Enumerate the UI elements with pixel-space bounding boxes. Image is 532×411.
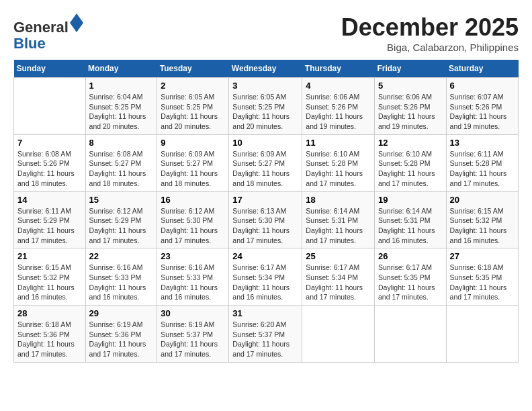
calendar-day-cell: 17Sunrise: 6:13 AMSunset: 5:30 PMDayligh… (229, 191, 302, 248)
weekday-header-cell: Tuesday (157, 60, 229, 78)
day-info: Sunrise: 6:12 AMSunset: 5:30 PMDaylight:… (161, 206, 225, 246)
day-info: Sunrise: 6:11 AMSunset: 5:29 PMDaylight:… (17, 206, 82, 246)
calendar-day-cell: 20Sunrise: 6:15 AMSunset: 5:32 PMDayligh… (446, 191, 518, 248)
calendar-day-cell: 11Sunrise: 6:10 AMSunset: 5:28 PMDayligh… (302, 134, 375, 191)
day-number: 15 (89, 195, 154, 205)
day-number: 7 (17, 138, 82, 148)
day-number: 10 (232, 138, 298, 148)
weekday-header-cell: Sunday (14, 60, 86, 78)
day-info: Sunrise: 6:17 AMSunset: 5:34 PMDaylight:… (232, 263, 298, 302)
calendar-day-cell: 18Sunrise: 6:14 AMSunset: 5:31 PMDayligh… (302, 191, 375, 248)
day-info: Sunrise: 6:12 AMSunset: 5:29 PMDaylight:… (89, 206, 154, 246)
day-info: Sunrise: 6:18 AMSunset: 5:35 PMDaylight:… (450, 263, 515, 302)
day-info: Sunrise: 6:17 AMSunset: 5:35 PMDaylight:… (378, 263, 443, 302)
weekday-header-cell: Wednesday (229, 60, 302, 78)
logo: General Blue (13, 13, 83, 52)
day-number: 6 (450, 81, 515, 91)
day-number: 23 (161, 251, 225, 261)
day-info: Sunrise: 6:15 AMSunset: 5:32 PMDaylight:… (17, 263, 82, 302)
calendar-day-cell: 26Sunrise: 6:17 AMSunset: 5:35 PMDayligh… (374, 248, 446, 306)
weekday-header-cell: Friday (374, 60, 446, 78)
day-number: 22 (89, 251, 154, 261)
calendar-day-cell (374, 306, 446, 363)
calendar-day-cell: 21Sunrise: 6:15 AMSunset: 5:32 PMDayligh… (14, 248, 86, 306)
day-info: Sunrise: 6:08 AMSunset: 5:26 PMDaylight:… (17, 149, 82, 189)
calendar-day-cell: 1Sunrise: 6:04 AMSunset: 5:25 PMDaylight… (85, 78, 157, 135)
title-area: December 2025 Biga, Calabarzon, Philippi… (341, 13, 519, 53)
calendar-week-row: 21Sunrise: 6:15 AMSunset: 5:32 PMDayligh… (14, 248, 519, 306)
calendar-day-cell: 15Sunrise: 6:12 AMSunset: 5:29 PMDayligh… (85, 191, 157, 248)
logo-icon (70, 13, 83, 32)
calendar-day-cell: 9Sunrise: 6:09 AMSunset: 5:27 PMDaylight… (157, 134, 229, 191)
calendar-day-cell: 2Sunrise: 6:05 AMSunset: 5:25 PMDaylight… (157, 78, 229, 135)
svg-marker-0 (70, 13, 83, 32)
calendar-day-cell: 5Sunrise: 6:06 AMSunset: 5:26 PMDaylight… (374, 78, 446, 135)
day-number: 26 (378, 251, 443, 261)
calendar-week-row: 14Sunrise: 6:11 AMSunset: 5:29 PMDayligh… (14, 191, 519, 248)
day-info: Sunrise: 6:16 AMSunset: 5:33 PMDaylight:… (161, 263, 225, 302)
calendar-day-cell: 7Sunrise: 6:08 AMSunset: 5:26 PMDaylight… (14, 134, 86, 191)
weekday-header-cell: Monday (85, 60, 157, 78)
day-info: Sunrise: 6:08 AMSunset: 5:27 PMDaylight:… (89, 149, 154, 189)
calendar-day-cell: 28Sunrise: 6:18 AMSunset: 5:36 PMDayligh… (14, 306, 86, 363)
calendar-day-cell: 29Sunrise: 6:19 AMSunset: 5:36 PMDayligh… (85, 306, 157, 363)
day-info: Sunrise: 6:14 AMSunset: 5:31 PMDaylight:… (378, 206, 443, 246)
day-number: 29 (89, 308, 154, 318)
location-title: Biga, Calabarzon, Philippines (341, 42, 519, 53)
calendar-day-cell (446, 306, 518, 363)
calendar-day-cell: 12Sunrise: 6:10 AMSunset: 5:28 PMDayligh… (374, 134, 446, 191)
calendar-week-row: 7Sunrise: 6:08 AMSunset: 5:26 PMDaylight… (14, 134, 519, 191)
day-number: 8 (89, 138, 154, 148)
calendar-day-cell: 10Sunrise: 6:09 AMSunset: 5:27 PMDayligh… (229, 134, 302, 191)
day-info: Sunrise: 6:09 AMSunset: 5:27 PMDaylight:… (161, 149, 225, 189)
logo-general-text: General (13, 19, 69, 36)
day-info: Sunrise: 6:05 AMSunset: 5:25 PMDaylight:… (232, 92, 298, 132)
day-number: 21 (17, 251, 82, 261)
day-number: 3 (232, 81, 298, 91)
day-number: 9 (161, 138, 225, 148)
page-header: General Blue December 2025 Biga, Calabar… (13, 13, 519, 53)
calendar-day-cell: 6Sunrise: 6:07 AMSunset: 5:26 PMDaylight… (446, 78, 518, 135)
day-info: Sunrise: 6:04 AMSunset: 5:25 PMDaylight:… (89, 92, 154, 132)
day-number: 17 (232, 195, 298, 205)
day-number: 25 (306, 251, 371, 261)
day-number: 12 (378, 138, 443, 148)
day-info: Sunrise: 6:09 AMSunset: 5:27 PMDaylight:… (232, 149, 298, 189)
calendar-day-cell: 30Sunrise: 6:19 AMSunset: 5:37 PMDayligh… (157, 306, 229, 363)
weekday-header-cell: Saturday (446, 60, 518, 78)
calendar-day-cell: 16Sunrise: 6:12 AMSunset: 5:30 PMDayligh… (157, 191, 229, 248)
day-number: 30 (161, 308, 225, 318)
day-number: 11 (306, 138, 371, 148)
calendar-day-cell: 22Sunrise: 6:16 AMSunset: 5:33 PMDayligh… (85, 248, 157, 306)
logo-blue-text: Blue (13, 35, 46, 52)
day-info: Sunrise: 6:14 AMSunset: 5:31 PMDaylight:… (306, 206, 371, 246)
weekday-header-row: SundayMondayTuesdayWednesdayThursdayFrid… (14, 60, 519, 78)
calendar-day-cell: 31Sunrise: 6:20 AMSunset: 5:37 PMDayligh… (229, 306, 302, 363)
day-number: 31 (232, 308, 298, 318)
calendar-day-cell (14, 78, 86, 135)
day-info: Sunrise: 6:11 AMSunset: 5:28 PMDaylight:… (450, 149, 515, 189)
day-number: 13 (450, 138, 515, 148)
day-number: 19 (378, 195, 443, 205)
day-info: Sunrise: 6:17 AMSunset: 5:34 PMDaylight:… (306, 263, 371, 302)
day-info: Sunrise: 6:10 AMSunset: 5:28 PMDaylight:… (378, 149, 443, 189)
calendar-day-cell: 4Sunrise: 6:06 AMSunset: 5:26 PMDaylight… (302, 78, 375, 135)
day-info: Sunrise: 6:20 AMSunset: 5:37 PMDaylight:… (232, 320, 298, 359)
day-info: Sunrise: 6:10 AMSunset: 5:28 PMDaylight:… (306, 149, 371, 189)
calendar-day-cell: 13Sunrise: 6:11 AMSunset: 5:28 PMDayligh… (446, 134, 518, 191)
day-info: Sunrise: 6:07 AMSunset: 5:26 PMDaylight:… (450, 92, 515, 132)
calendar-week-row: 1Sunrise: 6:04 AMSunset: 5:25 PMDaylight… (14, 78, 519, 135)
month-title: December 2025 (341, 13, 519, 42)
calendar-day-cell: 8Sunrise: 6:08 AMSunset: 5:27 PMDaylight… (85, 134, 157, 191)
day-number: 2 (161, 81, 225, 91)
day-info: Sunrise: 6:19 AMSunset: 5:36 PMDaylight:… (89, 320, 154, 359)
day-info: Sunrise: 6:06 AMSunset: 5:26 PMDaylight:… (378, 92, 443, 132)
day-info: Sunrise: 6:13 AMSunset: 5:30 PMDaylight:… (232, 206, 298, 246)
calendar-table: SundayMondayTuesdayWednesdayThursdayFrid… (13, 60, 519, 363)
day-info: Sunrise: 6:06 AMSunset: 5:26 PMDaylight:… (306, 92, 371, 132)
day-number: 27 (450, 251, 515, 261)
day-number: 4 (306, 81, 371, 91)
day-number: 16 (161, 195, 225, 205)
day-number: 24 (232, 251, 298, 261)
day-number: 18 (306, 195, 371, 205)
